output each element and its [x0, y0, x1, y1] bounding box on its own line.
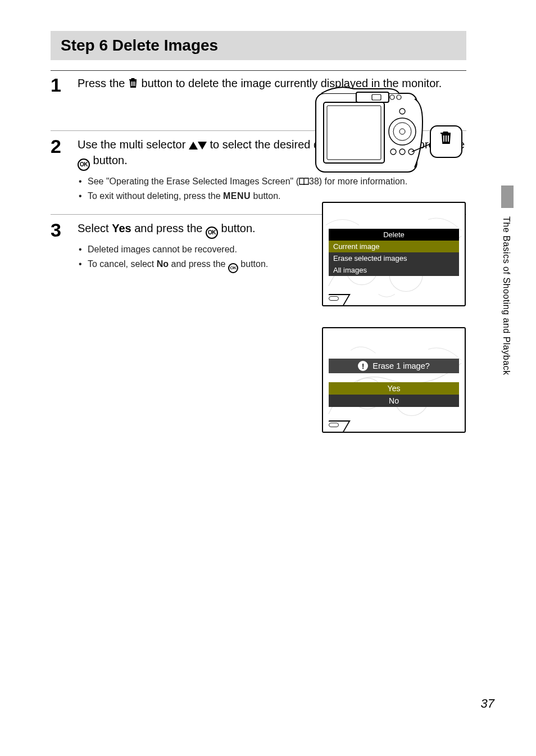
step-number: 3: [51, 220, 70, 239]
text: button.: [238, 259, 268, 269]
step-number: 2: [51, 137, 70, 156]
down-triangle-icon: [198, 142, 207, 150]
menu-option-selected: Current image: [329, 241, 459, 252]
text: To exit without deleting, press the: [88, 191, 223, 201]
ok-icon: OK: [206, 227, 218, 239]
svg-rect-1: [133, 82, 134, 86]
svg-rect-2: [134, 82, 135, 86]
text: button.: [90, 154, 128, 166]
text-bold: No: [157, 259, 169, 269]
menu-button-label: MENU: [223, 191, 251, 201]
svg-point-10: [389, 118, 416, 145]
dialog-option-no: No: [329, 395, 459, 407]
svg-rect-19: [446, 135, 447, 142]
text: button.: [218, 222, 256, 234]
text: button.: [251, 191, 280, 201]
ok-icon: OK: [228, 263, 238, 273]
svg-rect-6: [356, 92, 389, 102]
page-number: 37: [481, 696, 494, 711]
corner-indicator: [329, 423, 339, 427]
background-sketch: [323, 328, 465, 432]
bullet: To exit without deleting, press the MENU…: [78, 190, 466, 202]
menu-option: Erase selected images: [329, 252, 459, 264]
confirm-dialog-screenshot: Erase 1 image? Yes No: [322, 327, 466, 433]
delete-menu-screenshot: Delete Current image Erase selected imag…: [322, 202, 466, 306]
alert-icon: [358, 361, 368, 371]
text: To cancel, select: [88, 259, 157, 269]
corner-indicator: [329, 296, 339, 301]
text: Use the multi selector: [78, 138, 189, 151]
trash-icon: [128, 77, 138, 88]
dialog-prompt: Erase 1 image?: [329, 359, 459, 373]
svg-rect-0: [131, 82, 133, 86]
menu-option: All images: [329, 264, 459, 276]
up-triangle-icon: [189, 142, 198, 150]
text: and press the: [131, 222, 206, 234]
svg-rect-20: [448, 135, 449, 142]
camera-illustration: [315, 83, 464, 180]
ok-icon: OK: [78, 159, 90, 171]
svg-rect-18: [443, 135, 444, 142]
divider: [51, 70, 466, 71]
text: and press the: [169, 259, 228, 269]
menu-title: Delete: [329, 229, 459, 241]
prompt-text: Erase 1 image?: [373, 361, 430, 370]
text: Press the: [78, 77, 128, 89]
text: Select: [78, 222, 112, 234]
step-number: 1: [51, 75, 70, 94]
book-icon: [299, 178, 309, 185]
svg-rect-4: [324, 102, 384, 163]
thumb-tab: [501, 185, 514, 208]
section-label-vertical: The Basics of Shooting and Playback: [501, 216, 511, 375]
dialog-option-yes: Yes: [329, 382, 459, 395]
text: See "Operating the Erase Selected Images…: [88, 176, 299, 186]
text-bold: Yes: [112, 222, 131, 234]
section-title: Step 6 Delete Images: [51, 31, 466, 60]
